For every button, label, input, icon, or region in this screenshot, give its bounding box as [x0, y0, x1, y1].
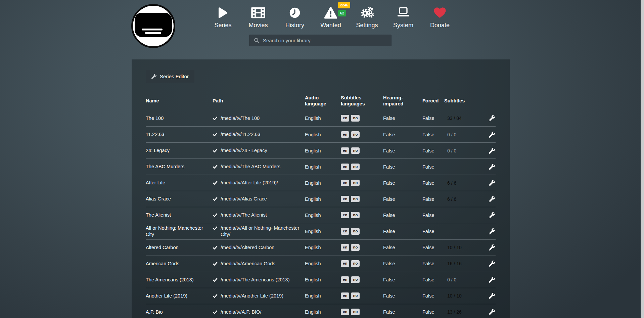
row-actions: [487, 164, 496, 170]
series-name[interactable]: A.P. Bio: [146, 309, 213, 315]
column-header-subtitles: Subtitles: [444, 98, 487, 104]
series-name[interactable]: Another Life (2019): [146, 293, 213, 299]
wrench-icon[interactable]: [489, 228, 495, 234]
wrench-icon[interactable]: [489, 293, 495, 299]
column-header-name: Name: [146, 98, 213, 104]
row-actions: [487, 180, 496, 186]
hearing-impaired-value: False: [383, 277, 422, 282]
wrench-icon[interactable]: [489, 164, 495, 170]
series-editor-label: Series Editor: [160, 74, 189, 79]
forced-value: False: [422, 116, 444, 121]
wrench-icon[interactable]: [489, 132, 495, 138]
language-badge: en: [341, 260, 349, 267]
bazarr-logo-icon: [131, 3, 176, 49]
hearing-impaired-value: False: [383, 309, 422, 315]
audio-language: English: [305, 293, 341, 299]
wrench-icon[interactable]: [489, 212, 495, 218]
series-name[interactable]: The Americans (2013): [146, 277, 213, 283]
row-actions: [487, 244, 496, 251]
language-badge: no: [351, 196, 360, 202]
series-name[interactable]: American Gods: [146, 261, 213, 267]
language-badge: no: [351, 292, 360, 299]
series-path: /media/tv/The 100: [213, 115, 305, 122]
audio-language: English: [305, 180, 341, 186]
series-name[interactable]: 24: Legacy: [146, 147, 213, 154]
forced-value: False: [422, 245, 444, 250]
search-input[interactable]: [263, 38, 391, 43]
language-badge: no: [351, 212, 360, 219]
series-name[interactable]: 11.22.63: [146, 131, 213, 138]
audio-language: English: [305, 196, 341, 202]
audio-language: English: [305, 132, 341, 137]
check-icon: [213, 148, 218, 153]
path-text: /media/tv/24 - Legacy: [221, 147, 267, 154]
language-badge: no: [351, 164, 360, 170]
audio-language: English: [305, 309, 341, 315]
content-panel: Series Editor NamePathAudio languageSubt…: [132, 59, 510, 318]
search-icon: [254, 38, 260, 43]
wrench-icon[interactable]: [489, 244, 495, 251]
row-actions: [487, 261, 496, 267]
check-icon: [213, 132, 218, 137]
column-header-path: Path: [213, 98, 305, 104]
check-icon: [213, 180, 218, 185]
forced-value: False: [422, 196, 444, 202]
row-actions: [487, 115, 496, 121]
forced-value: False: [422, 213, 444, 218]
hearing-impaired-value: False: [383, 180, 422, 186]
language-badge: en: [341, 309, 349, 315]
top-header: SeriesMoviesHistory224662WantedSettingsS…: [0, 0, 644, 59]
path-text: /media/tv/American Gods: [221, 261, 275, 267]
path-text: /media/tv/Alias Grace: [221, 196, 267, 202]
series-table: NamePathAudio languageSubtitles language…: [146, 91, 496, 318]
wrench-icon[interactable]: [489, 261, 495, 267]
audio-language: English: [305, 261, 341, 266]
hearing-impaired-value: False: [383, 164, 422, 170]
series-name[interactable]: Alias Grace: [146, 196, 213, 202]
check-icon: [213, 116, 218, 121]
subtitles-languages: enno: [341, 131, 383, 138]
subtitles-languages: enno: [341, 292, 383, 299]
series-editor-button[interactable]: Series Editor: [146, 70, 194, 83]
series-name[interactable]: The Alienist: [146, 212, 213, 218]
language-badge: no: [351, 276, 360, 283]
check-icon: [213, 226, 218, 231]
forced-value: False: [422, 277, 444, 282]
check-icon: [213, 293, 218, 299]
subtitles-languages: enno: [341, 196, 383, 202]
table-row: The Alienist/media/tv/The AlienistEnglis…: [146, 207, 496, 223]
bazarr-logo[interactable]: [131, 3, 176, 49]
language-badge: en: [341, 131, 349, 138]
subtitles-languages: enno: [341, 212, 383, 219]
series-name[interactable]: The ABC Murders: [146, 164, 213, 170]
subtitles-languages: enno: [341, 115, 383, 122]
row-actions: [487, 148, 496, 154]
nav-item-donate[interactable]: Donate: [389, 5, 490, 29]
path-text: /media/tv/Altered Carbon: [221, 244, 274, 251]
series-name[interactable]: After Life: [146, 180, 213, 186]
wrench-icon[interactable]: [489, 196, 495, 202]
series-name[interactable]: All or Nothing: Manchester City: [146, 225, 213, 238]
path-text: /media/tv/Another Life (2019): [221, 293, 283, 299]
column-header-hearing: Hearing-impaired: [383, 95, 422, 107]
series-name[interactable]: Altered Carbon: [146, 244, 213, 251]
hearing-impaired-value: False: [383, 196, 422, 202]
language-badge: en: [341, 276, 349, 283]
heart-icon: [389, 5, 490, 19]
wrench-icon[interactable]: [489, 277, 495, 283]
series-name[interactable]: The 100: [146, 115, 213, 122]
language-badge: no: [351, 180, 360, 186]
path-text: /media/tv/11.22.63: [221, 131, 260, 138]
wrench-icon[interactable]: [489, 309, 495, 315]
language-badge: en: [341, 196, 349, 202]
wrench-icon: [151, 74, 156, 79]
path-text: /media/tv/After Life (2019)/: [221, 180, 278, 186]
hearing-impaired-value: False: [383, 132, 422, 137]
wrench-icon[interactable]: [489, 115, 495, 121]
audio-language: English: [305, 213, 341, 218]
wrench-icon[interactable]: [489, 148, 495, 154]
wrench-icon[interactable]: [489, 180, 495, 186]
column-header-audio: Audio language: [305, 95, 341, 107]
series-path: /media/tv/After Life (2019)/: [213, 180, 305, 186]
audio-language: English: [305, 229, 341, 234]
